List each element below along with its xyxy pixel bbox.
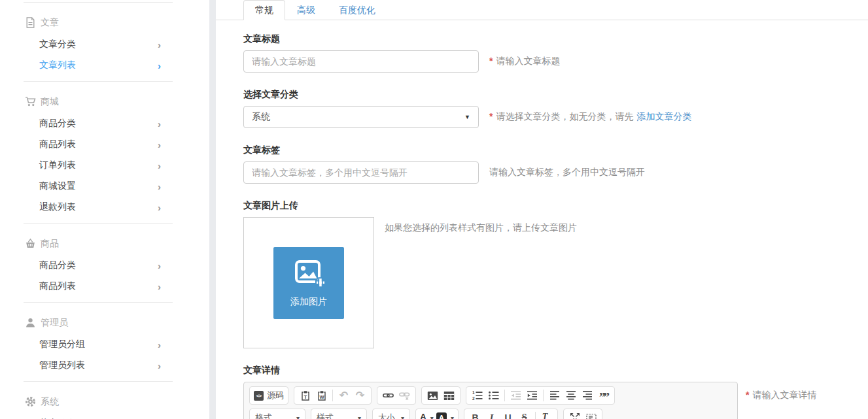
chevron-right-icon: ›	[158, 118, 161, 129]
style-dropdown[interactable]: 样式 ▾	[311, 409, 367, 419]
detail-hint: *请输入文章详情	[746, 382, 816, 401]
sidebar-item-order-list[interactable]: 订单列表 ›	[0, 155, 209, 176]
outdent-icon	[510, 390, 521, 401]
link-button[interactable]	[380, 388, 396, 403]
format-dropdown[interactable]: 格式 ▾	[249, 409, 305, 419]
paste-text-button[interactable]: T	[297, 388, 313, 403]
sidebar-item-mall-settings[interactable]: 商城设置 ›	[0, 176, 209, 197]
sidebar-item-goods-list[interactable]: 商品列表 ›	[0, 134, 209, 155]
category-select[interactable]: 系统 ▼	[243, 106, 479, 128]
bold-button[interactable]: B	[467, 411, 483, 419]
form-group-tags: 文章标签 请输入文章标签，多个用中文逗号隔开	[243, 144, 868, 184]
form-group-title: 文章标题 *请输入文章标题	[243, 33, 868, 73]
align-left-button[interactable]	[546, 388, 563, 403]
rich-text-editor: <> 源码 T W	[243, 382, 738, 419]
chevron-right-icon: ›	[158, 360, 161, 371]
font-size-dropdown[interactable]: 大小 ▾	[372, 409, 410, 419]
sidebar-item-product-category[interactable]: 商品分类 ›	[0, 255, 209, 276]
background-color-button[interactable]: A ▾	[435, 411, 455, 419]
sidebar-item-article-category[interactable]: 文章分类 ›	[0, 34, 209, 55]
insert-table-button[interactable]	[441, 388, 457, 403]
chevron-right-icon: ›	[158, 60, 161, 71]
unlink-button[interactable]	[396, 388, 413, 403]
svg-text:2: 2	[472, 396, 475, 401]
undo-icon[interactable]: ↶	[336, 388, 352, 403]
toolbar-separator	[332, 390, 333, 401]
paste-word-button[interactable]: W	[313, 388, 330, 403]
sidebar-item-label: 管理员列表	[39, 360, 85, 371]
align-right-button[interactable]	[579, 388, 595, 403]
text-color-icon: A	[420, 412, 426, 419]
redo-icon[interactable]: ↷	[352, 388, 368, 403]
sidebar-section-system: 系统 基本信息 ›	[0, 382, 209, 419]
tab-baidu-seo[interactable]: 百度优化	[327, 0, 387, 20]
align-left-icon	[549, 390, 560, 401]
required-asterisk: *	[489, 56, 493, 66]
show-blocks-button[interactable]	[583, 411, 599, 419]
insert-image-button[interactable]	[425, 388, 441, 403]
shopping-cart-icon	[25, 96, 36, 107]
sidebar-section-mall: 商城 商品分类 › 商品列表 › 订单列表 › 商城设置 › 退款列表 ›	[0, 82, 209, 223]
sidebar-item-label: 商品列表	[39, 280, 76, 292]
form-group-category: 选择文章分类 系统 ▼ *请选择文章分类，如无分类，请先添加文章分类	[243, 89, 868, 128]
svg-text:W: W	[319, 394, 324, 400]
bulleted-list-button[interactable]	[485, 388, 502, 403]
tab-bar: 常规 高级 百度优化	[216, 0, 868, 20]
align-center-button[interactable]	[563, 388, 579, 403]
dropdown-caret-icon: ▾	[451, 414, 454, 419]
indent-button[interactable]	[524, 388, 540, 403]
sidebar-item-goods-category[interactable]: 商品分类 ›	[0, 113, 209, 134]
sidebar-section-title: 商品	[41, 236, 59, 250]
add-image-button[interactable]: 添加图片	[273, 247, 344, 319]
maximize-button[interactable]	[566, 411, 583, 419]
svg-text:T: T	[304, 394, 307, 400]
tags-input[interactable]	[243, 161, 479, 184]
sidebar-item-label: 商品分类	[39, 118, 76, 129]
toolbar-separator	[504, 390, 505, 401]
image-label: 文章图片上传	[243, 200, 868, 212]
sidebar-item-admin-list[interactable]: 管理员列表 ›	[0, 355, 209, 376]
add-category-link[interactable]: 添加文章分类	[636, 111, 691, 122]
sidebar-section-product: 商品 商品分类 › 商品列表 ›	[0, 224, 209, 302]
title-label: 文章标题	[243, 33, 868, 45]
title-input[interactable]	[243, 50, 479, 73]
sidebar-item-admin-group[interactable]: 管理员分组 ›	[0, 334, 209, 355]
sidebar-item-basic-info[interactable]: 基本信息 ›	[0, 413, 209, 419]
background-color-icon: A	[436, 412, 447, 419]
ordered-list-button[interactable]: 12	[469, 388, 485, 403]
sidebar-item-label: 管理员分组	[39, 339, 85, 350]
source-button[interactable]: <> 源码	[252, 388, 285, 403]
category-selected-value: 系统	[252, 111, 270, 123]
tab-general[interactable]: 常规	[243, 0, 285, 20]
category-hint: *请选择文章分类，如无分类，请先添加文章分类	[489, 111, 691, 123]
detail-label: 文章详情	[243, 365, 868, 377]
sidebar-section-title: 文章	[41, 15, 59, 29]
sidebar-section-title: 管理员	[41, 315, 68, 329]
sidebar-item-article-list[interactable]: 文章列表 ›	[0, 55, 209, 76]
indent-icon	[527, 390, 538, 401]
text-color-button[interactable]: A ▾	[419, 411, 435, 419]
italic-button[interactable]: I	[483, 411, 500, 419]
tags-hint: 请输入文章标签，多个用中文逗号隔开	[489, 167, 645, 178]
outdent-button[interactable]	[508, 388, 524, 403]
add-image-icon	[292, 259, 326, 292]
sidebar-item-product-list[interactable]: 商品列表 ›	[0, 276, 209, 297]
sidebar-section-admin: 管理员 管理员分组 › 管理员列表 ›	[0, 303, 209, 381]
show-blocks-icon	[586, 412, 597, 419]
sidebar-item-label: 文章分类	[39, 39, 76, 50]
svg-text:1: 1	[472, 390, 475, 395]
editor-toolbar: <> 源码 T W	[244, 382, 737, 419]
ordered-list-icon: 12	[472, 390, 483, 401]
chevron-right-icon: ›	[158, 260, 161, 271]
remove-format-icon: Tx	[542, 412, 551, 419]
tab-advanced[interactable]: 高级	[285, 0, 327, 20]
blockquote-icon[interactable]: ””	[595, 388, 612, 403]
title-hint: *请输入文章标题	[489, 56, 560, 67]
remove-format-button[interactable]: Tx	[538, 411, 555, 419]
sidebar-item-refund-list[interactable]: 退款列表 ›	[0, 197, 209, 218]
strikethrough-button[interactable]: S	[516, 411, 532, 419]
main-content: 常规 高级 百度优化 文章标题 *请输入文章标题 选择文章分类 系统 ▼	[216, 0, 868, 419]
underline-button[interactable]: U	[500, 411, 516, 419]
dropdown-caret-icon: ▾	[401, 414, 404, 419]
add-image-label: 添加图片	[290, 296, 327, 308]
